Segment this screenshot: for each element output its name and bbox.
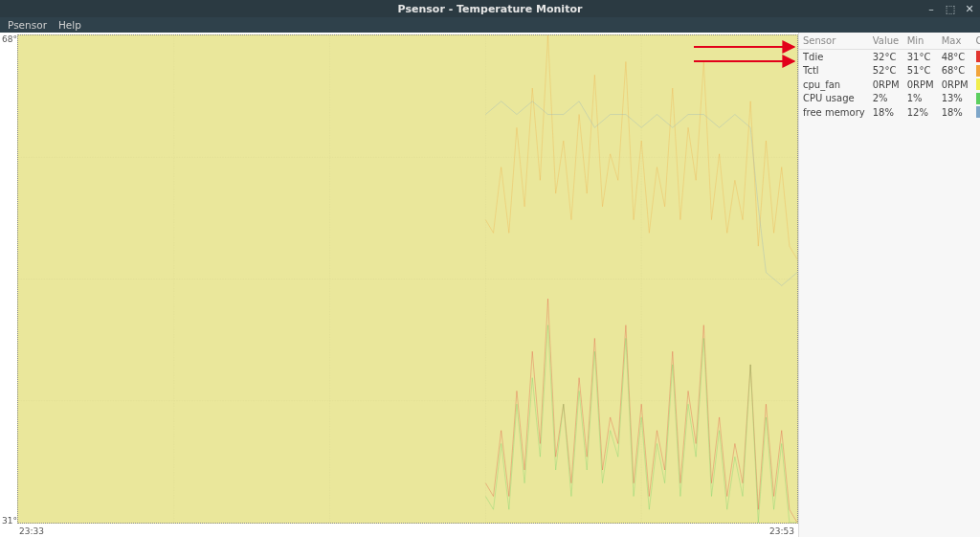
main-area: 68°C 31°C 23:33 23:53 Sensor Value Min M… (0, 33, 980, 537)
window-title: Psensor - Temperature Monitor (398, 3, 583, 15)
table-row[interactable]: cpu_fan0RPM0RPM0RPM✓ (799, 78, 980, 92)
table-row[interactable]: Tdie32°C31°C48°C✓ (799, 50, 980, 64)
col-min[interactable]: Min (903, 33, 938, 50)
sensor-name: free memory (799, 105, 869, 120)
sensor-min: 0RPM (903, 78, 938, 92)
series-line (485, 325, 797, 523)
sensor-max: 0RPM (938, 78, 972, 92)
sensor-value: 2% (869, 92, 903, 106)
chart-svg (18, 35, 797, 523)
sensor-color[interactable] (972, 105, 980, 120)
sensor-max: 18% (938, 105, 972, 120)
menu-psensor[interactable]: Psensor (8, 19, 47, 31)
col-sensor[interactable]: Sensor (799, 33, 869, 50)
table-row[interactable]: free memory18%12%18%✓ (799, 105, 980, 120)
sensor-name: Tdie (799, 50, 869, 64)
x-axis-left-label: 23:33 (19, 526, 44, 536)
color-swatch-icon[interactable] (976, 106, 980, 118)
color-swatch-icon[interactable] (976, 51, 980, 62)
chart-area: 68°C 31°C 23:33 23:53 (0, 33, 798, 537)
sensor-name: CPU usage (799, 92, 869, 106)
sensor-color[interactable] (972, 92, 980, 106)
sensor-max: 13% (938, 92, 972, 106)
window-close-icon[interactable]: ✕ (963, 3, 976, 15)
menu-help[interactable]: Help (58, 19, 81, 31)
sensor-color[interactable] (972, 64, 980, 78)
sensor-panel: Sensor Value Min Max Color Graph Tdie32°… (798, 33, 980, 537)
sensor-name: cpu_fan (799, 78, 869, 92)
sensor-table: Sensor Value Min Max Color Graph Tdie32°… (799, 33, 980, 120)
table-row[interactable]: CPU usage2%1%13%✓ (799, 92, 980, 106)
sensor-min: 12% (903, 105, 938, 120)
color-swatch-icon[interactable] (976, 65, 980, 77)
sensor-min: 1% (903, 92, 938, 106)
chart-plot[interactable] (17, 34, 798, 524)
window-minimize-icon[interactable]: – (924, 3, 938, 15)
sensor-value: 52°C (869, 64, 903, 78)
color-swatch-icon[interactable] (976, 78, 980, 90)
sensor-max: 48°C (938, 50, 972, 64)
sensor-color[interactable] (972, 50, 980, 64)
sensor-name: Tctl (799, 64, 869, 78)
col-value[interactable]: Value (869, 33, 903, 50)
sensor-max: 68°C (938, 64, 972, 78)
sensor-min: 31°C (903, 50, 938, 64)
color-swatch-icon[interactable] (976, 93, 980, 104)
sensor-min: 51°C (903, 64, 938, 78)
table-row[interactable]: Tctl52°C51°C68°C✓ (799, 64, 980, 78)
sensor-value: 32°C (869, 50, 903, 64)
col-max[interactable]: Max (938, 33, 972, 50)
col-color[interactable]: Color (972, 33, 980, 50)
window-titlebar: Psensor - Temperature Monitor – ⬚ ✕ (0, 0, 980, 17)
sensor-color[interactable] (972, 78, 980, 92)
x-axis-right-label: 23:53 (769, 526, 794, 536)
sensor-value: 18% (869, 105, 903, 120)
sensor-value: 0RPM (869, 78, 903, 92)
window-controls: – ⬚ ✕ (924, 0, 976, 17)
sensor-table-header-row: Sensor Value Min Max Color Graph (799, 33, 980, 50)
menubar: Psensor Help (0, 17, 980, 33)
window-maximize-icon[interactable]: ⬚ (944, 3, 957, 15)
